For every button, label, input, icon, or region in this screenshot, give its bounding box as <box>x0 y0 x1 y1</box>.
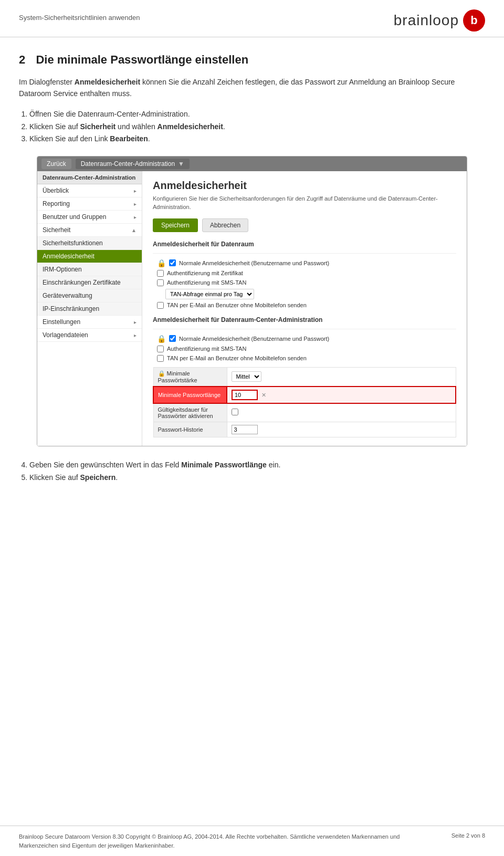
step-3: Klicken Sie auf den Link Bearbeiten. <box>29 133 485 145</box>
historie-label: Passwort-Historie <box>153 422 227 437</box>
dropdown-tan-row: TAN-Abfrage einmal pro Tag <box>165 289 456 299</box>
table-row-laenge: Minimale Passwortlänge ✕ <box>153 387 456 403</box>
panel-title: Anmeldesicherheit <box>153 180 456 192</box>
cancel-button[interactable]: Abbrechen <box>202 218 248 232</box>
sidebar-item-sicherheit[interactable]: Sicherheit ▲ <box>37 224 142 237</box>
check-cert-1[interactable] <box>157 270 164 277</box>
lock-icon: 🔒 <box>157 259 166 267</box>
sidebar-arrow-icon: ▸ <box>134 188 136 194</box>
check-cert-1-row: Authentifizierung mit Zertifikat <box>157 270 456 277</box>
form-section-2-title: Anmeldesicherheit für Datenraum-Center-A… <box>153 316 456 323</box>
section-title: Die minimale Passwortlänge einstellen <box>36 53 248 66</box>
sidebar-item-label: Reporting <box>43 200 70 207</box>
clear-icon[interactable]: ✕ <box>261 392 266 398</box>
page-header: System-Sicherheitsrichtlinien anwenden b… <box>0 0 504 37</box>
passwortlaenge-label: Minimale Passwortlänge <box>153 387 227 403</box>
passwortstaerke-value: Mittel <box>227 367 456 387</box>
table-row-historie: Passwort-Historie <box>153 422 456 437</box>
intro-text: Im Dialogfenster Anmeldesicherheit könne… <box>19 76 485 100</box>
form-section-1-title: Anmeldesicherheit für Datenraum <box>153 241 456 248</box>
passwortstaerke-label: 🔒 Minimale Passwörtstärke <box>153 367 227 387</box>
panel-buttons: Speichern Abbrechen <box>153 218 456 232</box>
sidebar-arrow-icon: ▲ <box>131 227 136 233</box>
sidebar-item-label: Vorlagendateien <box>43 331 88 339</box>
check-email-1[interactable] <box>157 302 164 309</box>
main-content: 2 Die minimale Passwortlänge einstellen … <box>0 37 504 504</box>
sidebar-item-ip[interactable]: IP-Einschränkungen <box>37 302 142 316</box>
sidebar-item-label: Sicherheit <box>43 226 70 234</box>
sidebar-item-zertifikate[interactable]: Einschränkungen Zertifikate <box>37 276 142 289</box>
check-normal-1-row: 🔒 Normale Anmeldesicherheit (Benutzernam… <box>157 259 456 267</box>
gueltig-checkbox[interactable] <box>232 409 238 415</box>
sidebar-item-label: Geräteverwaltung <box>43 292 92 299</box>
check-sms-1[interactable] <box>157 279 164 286</box>
step-1: Öffnen Sie die Datenraum-Center-Administ… <box>29 108 485 121</box>
check-email-2[interactable] <box>157 355 164 362</box>
sidebar-item-irm[interactable]: IRM-Optionen <box>37 263 142 276</box>
check-email-2-row: TAN per E-Mail an Benutzer ohne Mobiltel… <box>157 355 456 362</box>
step-4: Geben Sie den gewünschten Wert in das Fe… <box>29 459 485 472</box>
check-sms-2[interactable] <box>157 346 164 352</box>
footer-copyright: Brainloop Secure Dataroom Version 8.30 C… <box>19 832 428 850</box>
check-email-1-row: TAN per E-Mail an Benutzer ohne Mobiltel… <box>157 302 456 309</box>
historie-value <box>227 422 456 437</box>
step-1-text: Öffnen Sie die Datenraum-Center-Administ… <box>29 110 190 118</box>
sidebar-arrow-icon: ▸ <box>134 332 136 338</box>
check-normal-2-label: Normale Anmeldesicherheit (Benutzername … <box>179 336 329 342</box>
sidebar-item-label: IRM-Optionen <box>43 266 82 273</box>
breadcrumb-arrow-icon: ▼ <box>178 160 184 168</box>
sidebar-item-anmeldesicherheit[interactable]: Anmeldesicherheit <box>37 250 142 263</box>
table-row-gueltig: Gültigkeitsdauer für Passwörter aktivier… <box>153 403 456 422</box>
sidebar-item-label: Einstellungen <box>43 318 80 326</box>
document-title: System-Sicherheitsrichtlinien anwenden <box>19 9 140 22</box>
logo-area: brainloop b <box>394 9 485 32</box>
sidebar-item-label: Benutzer und Gruppen <box>43 213 106 221</box>
breadcrumb-text: Datenraum-Center-Administration <box>81 160 175 168</box>
historie-input[interactable] <box>232 425 258 434</box>
logo-icon: b <box>463 9 485 32</box>
lock-icon-3: 🔒 <box>158 370 165 377</box>
sidebar-item-label: Anmeldesicherheit <box>43 253 94 260</box>
sidebar-item-einstellungen[interactable]: Einstellungen ▸ <box>37 316 142 329</box>
sidebar-item-benutzer[interactable]: Benutzer und Gruppen ▸ <box>37 211 142 224</box>
check-sms-2-row: Authentifizierung mit SMS-TAN <box>157 346 456 352</box>
sidebar-arrow-icon: ▸ <box>134 201 136 207</box>
sidebar-item-label: Überblick <box>43 187 69 194</box>
sidebar-arrow-icon: ▸ <box>134 319 136 325</box>
sidebar-item-sicherheitsfunktionen[interactable]: Sicherheitsfunktionen <box>37 237 142 250</box>
check-email-2-label: TAN per E-Mail an Benutzer ohne Mobiltel… <box>167 355 307 361</box>
gueltig-label: Gültigkeitsdauer für Passwörter aktivier… <box>153 403 227 422</box>
sidebar-item-geraete[interactable]: Geräteverwaltung <box>37 289 142 302</box>
passwortstaerke-dropdown[interactable]: Mittel <box>232 371 261 382</box>
sidebar-item-vorlagen[interactable]: Vorlagendateien ▸ <box>37 329 142 342</box>
save-button[interactable]: Speichern <box>153 218 198 232</box>
mockup-body: Datenraum-Center-Administration Überblic… <box>37 171 467 446</box>
steps-list: Öffnen Sie die Datenraum-Center-Administ… <box>29 108 485 145</box>
page-footer: Brainloop Secure Dataroom Version 8.30 C… <box>0 826 504 856</box>
step-2: Klicken Sie auf Sicherheit und wählen An… <box>29 121 485 133</box>
check-cert-1-label: Authentifizierung mit Zertifikat <box>167 270 243 276</box>
table-row-staerke: 🔒 Minimale Passwörtstärke Mittel <box>153 367 456 387</box>
mockup-sidebar: Datenraum-Center-Administration Überblic… <box>37 171 142 446</box>
breadcrumb-bar: Datenraum-Center-Administration ▼ <box>76 159 190 169</box>
check-normal-1[interactable] <box>169 259 176 266</box>
passwortlaenge-input[interactable] <box>232 390 258 400</box>
back-button[interactable]: Zurück <box>41 159 71 169</box>
check-normal-2[interactable] <box>169 335 176 342</box>
sidebar-item-label: Sicherheitsfunktionen <box>43 239 103 247</box>
sidebar-item-reporting[interactable]: Reporting ▸ <box>37 197 142 211</box>
sidebar-item-ueberblick[interactable]: Überblick ▸ <box>37 184 142 197</box>
gueltig-value <box>227 403 456 422</box>
footer-page-number: Seite 2 von 8 <box>441 832 485 850</box>
sidebar-arrow-icon: ▸ <box>134 214 136 220</box>
tan-dropdown[interactable]: TAN-Abfrage einmal pro Tag <box>165 289 254 299</box>
step-5: Klicken Sie auf Speichern. <box>29 472 485 484</box>
check-email-1-label: TAN per E-Mail an Benutzer ohne Mobiltel… <box>167 302 307 308</box>
logo-text: brainloop <box>394 12 459 29</box>
check-sms-1-row: Authentifizierung mit SMS-TAN <box>157 279 456 286</box>
mockup-toolbar: Zurück Datenraum-Center-Administration ▼ <box>37 156 467 171</box>
sidebar-item-label: IP-Einschränkungen <box>43 305 99 312</box>
lock-icon-2: 🔒 <box>157 335 166 343</box>
form-table: 🔒 Minimale Passwörtstärke Mittel Minimal… <box>153 367 456 437</box>
check-sms-2-label: Authentifizierung mit SMS-TAN <box>167 346 246 352</box>
